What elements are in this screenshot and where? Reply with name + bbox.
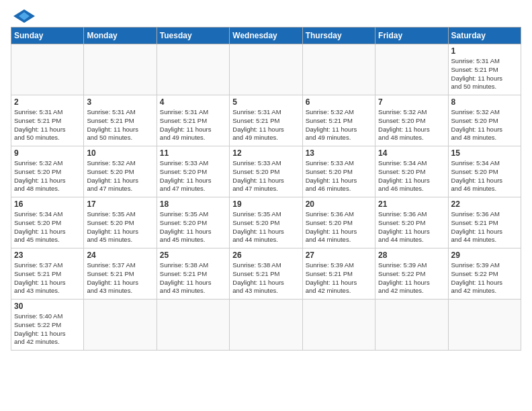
day-cell: 28Sunrise: 5:39 AM Sunset: 5:22 PM Dayli…: [375, 248, 448, 300]
day-info: Sunrise: 5:37 AM Sunset: 5:21 PM Dayligh…: [87, 261, 153, 295]
day-number: 10: [87, 148, 153, 158]
day-info: Sunrise: 5:33 AM Sunset: 5:20 PM Dayligh…: [306, 159, 372, 193]
header-cell-thursday: Thursday: [302, 28, 375, 44]
day-info: Sunrise: 5:31 AM Sunset: 5:21 PM Dayligh…: [451, 57, 518, 91]
calendar-table: SundayMondayTuesdayWednesdayThursdayFrid…: [11, 27, 521, 351]
day-info: Sunrise: 5:31 AM Sunset: 5:21 PM Dayligh…: [14, 108, 81, 142]
day-number: 7: [378, 97, 445, 107]
day-info: Sunrise: 5:31 AM Sunset: 5:21 PM Dayligh…: [232, 108, 299, 142]
day-cell: 12Sunrise: 5:33 AM Sunset: 5:20 PM Dayli…: [230, 146, 302, 197]
day-number: 8: [451, 97, 518, 107]
day-number: 17: [87, 199, 153, 209]
day-cell: 27Sunrise: 5:39 AM Sunset: 5:21 PM Dayli…: [302, 248, 375, 300]
day-number: 29: [451, 250, 518, 260]
week-row-5: 30Sunrise: 5:40 AM Sunset: 5:22 PM Dayli…: [11, 300, 521, 351]
day-info: Sunrise: 5:32 AM Sunset: 5:20 PM Dayligh…: [14, 159, 81, 193]
day-number: 1: [451, 46, 518, 56]
day-number: 20: [306, 199, 372, 209]
header-cell-wednesday: Wednesday: [230, 28, 302, 44]
day-number: 18: [160, 199, 226, 209]
week-row-3: 16Sunrise: 5:34 AM Sunset: 5:20 PM Dayli…: [11, 197, 521, 248]
day-number: 26: [232, 250, 299, 260]
day-cell: [375, 44, 448, 95]
day-info: Sunrise: 5:35 AM Sunset: 5:20 PM Dayligh…: [232, 210, 299, 244]
day-cell: 4Sunrise: 5:31 AM Sunset: 5:21 PM Daylig…: [157, 95, 229, 146]
day-number: 25: [160, 250, 226, 260]
day-info: Sunrise: 5:36 AM Sunset: 5:20 PM Dayligh…: [378, 210, 445, 244]
day-cell: 1Sunrise: 5:31 AM Sunset: 5:21 PM Daylig…: [448, 44, 521, 95]
day-info: Sunrise: 5:33 AM Sunset: 5:20 PM Dayligh…: [160, 159, 226, 193]
day-cell: 22Sunrise: 5:36 AM Sunset: 5:21 PM Dayli…: [448, 197, 521, 248]
day-cell: [302, 44, 375, 95]
page-header: [11, 11, 521, 23]
header-cell-saturday: Saturday: [448, 28, 521, 44]
day-cell: 26Sunrise: 5:38 AM Sunset: 5:21 PM Dayli…: [230, 248, 302, 300]
header-cell-friday: Friday: [375, 28, 448, 44]
header-row: SundayMondayTuesdayWednesdayThursdayFrid…: [11, 28, 521, 44]
day-cell: 9Sunrise: 5:32 AM Sunset: 5:20 PM Daylig…: [11, 146, 84, 197]
day-info: Sunrise: 5:36 AM Sunset: 5:21 PM Dayligh…: [451, 210, 518, 244]
day-cell: 6Sunrise: 5:32 AM Sunset: 5:21 PM Daylig…: [302, 95, 375, 146]
header-cell-tuesday: Tuesday: [157, 28, 229, 44]
day-number: 23: [14, 250, 81, 260]
day-number: 16: [14, 199, 81, 209]
day-cell: 13Sunrise: 5:33 AM Sunset: 5:20 PM Dayli…: [302, 146, 375, 197]
week-row-2: 9Sunrise: 5:32 AM Sunset: 5:20 PM Daylig…: [11, 146, 521, 197]
day-info: Sunrise: 5:34 AM Sunset: 5:20 PM Dayligh…: [378, 159, 445, 193]
day-number: 19: [232, 199, 299, 209]
header-cell-monday: Monday: [84, 28, 157, 44]
day-cell: 14Sunrise: 5:34 AM Sunset: 5:20 PM Dayli…: [375, 146, 448, 197]
day-info: Sunrise: 5:34 AM Sunset: 5:20 PM Dayligh…: [14, 210, 81, 244]
day-cell: 2Sunrise: 5:31 AM Sunset: 5:21 PM Daylig…: [11, 95, 84, 146]
day-number: 11: [160, 148, 226, 158]
day-cell: 18Sunrise: 5:35 AM Sunset: 5:20 PM Dayli…: [157, 197, 229, 248]
day-number: 28: [378, 250, 445, 260]
day-cell: 30Sunrise: 5:40 AM Sunset: 5:22 PM Dayli…: [11, 300, 84, 351]
day-info: Sunrise: 5:35 AM Sunset: 5:20 PM Dayligh…: [160, 210, 226, 244]
day-cell: 23Sunrise: 5:37 AM Sunset: 5:21 PM Dayli…: [11, 248, 84, 300]
day-cell: [84, 44, 157, 95]
day-number: 14: [378, 148, 445, 158]
day-cell: 5Sunrise: 5:31 AM Sunset: 5:21 PM Daylig…: [230, 95, 302, 146]
day-info: Sunrise: 5:38 AM Sunset: 5:21 PM Dayligh…: [160, 261, 226, 295]
day-number: 13: [306, 148, 372, 158]
day-cell: 8Sunrise: 5:32 AM Sunset: 5:20 PM Daylig…: [448, 95, 521, 146]
week-row-1: 2Sunrise: 5:31 AM Sunset: 5:21 PM Daylig…: [11, 95, 521, 146]
day-info: Sunrise: 5:39 AM Sunset: 5:21 PM Dayligh…: [306, 261, 372, 295]
day-cell: 24Sunrise: 5:37 AM Sunset: 5:21 PM Dayli…: [84, 248, 157, 300]
day-info: Sunrise: 5:32 AM Sunset: 5:20 PM Dayligh…: [378, 108, 445, 142]
day-cell: [157, 44, 229, 95]
day-cell: [448, 300, 521, 351]
header-cell-sunday: Sunday: [11, 28, 84, 44]
calendar-header: SundayMondayTuesdayWednesdayThursdayFrid…: [11, 28, 521, 44]
week-row-4: 23Sunrise: 5:37 AM Sunset: 5:21 PM Dayli…: [11, 248, 521, 300]
day-number: 15: [451, 148, 518, 158]
day-cell: 17Sunrise: 5:35 AM Sunset: 5:20 PM Dayli…: [84, 197, 157, 248]
day-number: 22: [451, 199, 518, 209]
day-info: Sunrise: 5:39 AM Sunset: 5:22 PM Dayligh…: [451, 261, 518, 295]
day-number: 9: [14, 148, 81, 158]
day-cell: 16Sunrise: 5:34 AM Sunset: 5:20 PM Dayli…: [11, 197, 84, 248]
day-info: Sunrise: 5:40 AM Sunset: 5:22 PM Dayligh…: [14, 312, 81, 347]
day-cell: [84, 300, 157, 351]
day-info: Sunrise: 5:38 AM Sunset: 5:21 PM Dayligh…: [232, 261, 299, 295]
day-info: Sunrise: 5:31 AM Sunset: 5:21 PM Dayligh…: [87, 108, 153, 142]
day-cell: 15Sunrise: 5:34 AM Sunset: 5:20 PM Dayli…: [448, 146, 521, 197]
day-info: Sunrise: 5:33 AM Sunset: 5:20 PM Dayligh…: [232, 159, 299, 193]
day-info: Sunrise: 5:32 AM Sunset: 5:21 PM Dayligh…: [306, 108, 372, 142]
day-info: Sunrise: 5:32 AM Sunset: 5:20 PM Dayligh…: [451, 108, 518, 142]
day-number: 27: [306, 250, 372, 260]
day-cell: [157, 300, 229, 351]
day-number: 21: [378, 199, 445, 209]
day-cell: 19Sunrise: 5:35 AM Sunset: 5:20 PM Dayli…: [230, 197, 302, 248]
day-cell: 10Sunrise: 5:32 AM Sunset: 5:20 PM Dayli…: [84, 146, 157, 197]
day-cell: [230, 300, 302, 351]
day-number: 6: [306, 97, 372, 107]
day-number: 2: [14, 97, 81, 107]
week-row-0: 1Sunrise: 5:31 AM Sunset: 5:21 PM Daylig…: [11, 44, 521, 95]
day-cell: 3Sunrise: 5:31 AM Sunset: 5:21 PM Daylig…: [84, 95, 157, 146]
day-info: Sunrise: 5:31 AM Sunset: 5:21 PM Dayligh…: [160, 108, 226, 142]
day-number: 4: [160, 97, 226, 107]
logo: [11, 11, 35, 23]
day-cell: 29Sunrise: 5:39 AM Sunset: 5:22 PM Dayli…: [448, 248, 521, 300]
